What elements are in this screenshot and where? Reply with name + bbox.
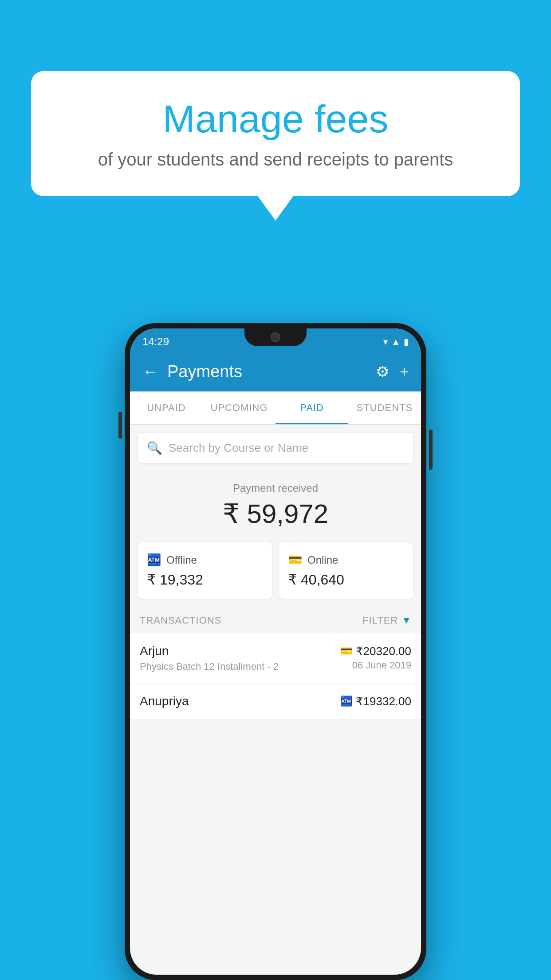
transaction-detail-1: Physics Batch 12 Installment - 2 xyxy=(140,661,279,672)
payment-total-amount: ₹ 59,972 xyxy=(130,498,421,529)
offline-icon: 🏧 xyxy=(147,553,161,567)
payment-summary: Payment received ₹ 59,972 xyxy=(130,471,421,542)
transaction-amount-2: ₹19332.00 xyxy=(356,695,411,708)
online-label: Online xyxy=(307,554,338,566)
tab-students[interactable]: STUDENTS xyxy=(348,391,421,424)
phone-body: 14:29 ▾ ▲ ▮ ← Payments ⚙ + xyxy=(125,323,426,980)
signal-icon: ▲ xyxy=(391,337,400,347)
online-card-header: 💳 Online xyxy=(288,553,404,567)
tab-unpaid[interactable]: UNPAID xyxy=(130,391,203,424)
tab-paid[interactable]: PAID xyxy=(276,391,348,424)
cash-payment-icon-2: 🏧 xyxy=(340,695,352,707)
tabs-bar: UNPAID UPCOMING PAID STUDENTS xyxy=(130,391,421,425)
transaction-date-1: 06 June 2019 xyxy=(352,660,411,671)
phone-notch xyxy=(244,328,307,346)
transactions-header: TRANSACTIONS FILTER ▼ xyxy=(130,608,421,633)
online-amount: ₹ 40,640 xyxy=(288,571,404,588)
filter-label: FILTER xyxy=(362,615,398,626)
transaction-row-top: Arjun 💳 ₹20320.00 xyxy=(140,644,411,658)
add-icon[interactable]: + xyxy=(400,363,409,380)
manage-fees-subtitle: of your students and send receipts to pa… xyxy=(67,150,484,170)
payment-received-label: Payment received xyxy=(130,482,421,494)
volume-button xyxy=(118,412,122,439)
offline-card-header: 🏧 Offline xyxy=(147,553,263,567)
offline-payment-card: 🏧 Offline ₹ 19,332 xyxy=(138,542,272,599)
card-payment-icon-1: 💳 xyxy=(340,645,352,657)
transaction-item-2[interactable]: Anupriya 🏧 ₹19332.00 xyxy=(130,684,421,719)
transaction-amount-container-2: 🏧 ₹19332.00 xyxy=(340,695,411,708)
status-time: 14:29 xyxy=(142,336,169,348)
search-bar[interactable]: 🔍 Search by Course or Name xyxy=(138,433,413,463)
transaction-row-top-2: Anupriya 🏧 ₹19332.00 xyxy=(140,694,411,708)
payment-cards: 🏧 Offline ₹ 19,332 💳 Online ₹ 40,640 xyxy=(138,542,413,599)
back-button[interactable]: ← xyxy=(142,362,158,381)
manage-fees-title: Manage fees xyxy=(67,98,484,141)
header-right: ⚙ + xyxy=(376,363,409,380)
status-icons: ▾ ▲ ▮ xyxy=(383,336,409,347)
power-button xyxy=(429,430,433,470)
speech-bubble: Manage fees of your students and send re… xyxy=(31,71,520,196)
tab-upcoming[interactable]: UPCOMING xyxy=(203,391,276,424)
online-icon: 💳 xyxy=(288,553,302,567)
offline-amount: ₹ 19,332 xyxy=(147,571,263,588)
transaction-amount-1: ₹20320.00 xyxy=(356,644,411,658)
transaction-name-1: Arjun xyxy=(140,644,169,658)
speech-bubble-arrow xyxy=(258,196,293,221)
app-header: ← Payments ⚙ + xyxy=(130,352,421,391)
filter-container[interactable]: FILTER ▼ xyxy=(362,615,411,626)
phone-mockup: 14:29 ▾ ▲ ▮ ← Payments ⚙ + xyxy=(125,323,426,980)
filter-icon: ▼ xyxy=(401,615,411,626)
search-icon: 🔍 xyxy=(147,441,162,455)
page-title: Payments xyxy=(167,362,242,381)
transaction-item[interactable]: Arjun 💳 ₹20320.00 Physics Batch 12 Insta… xyxy=(130,633,421,684)
camera xyxy=(271,332,280,342)
wifi-icon: ▾ xyxy=(383,336,388,347)
search-input[interactable]: Search by Course or Name xyxy=(169,441,308,455)
speech-bubble-section: Manage fees of your students and send re… xyxy=(31,71,520,221)
transaction-name-2: Anupriya xyxy=(140,694,189,708)
offline-label: Offline xyxy=(166,554,197,566)
phone-screen: 14:29 ▾ ▲ ▮ ← Payments ⚙ + xyxy=(130,328,421,975)
transactions-label: TRANSACTIONS xyxy=(140,615,221,626)
transaction-amount-container-1: 💳 ₹20320.00 xyxy=(340,644,411,658)
transaction-row-bottom: Physics Batch 12 Installment - 2 06 June… xyxy=(140,658,411,672)
header-left: ← Payments xyxy=(142,362,242,381)
battery-icon: ▮ xyxy=(404,336,409,347)
online-payment-card: 💳 Online ₹ 40,640 xyxy=(279,542,413,599)
gear-icon[interactable]: ⚙ xyxy=(376,363,389,380)
